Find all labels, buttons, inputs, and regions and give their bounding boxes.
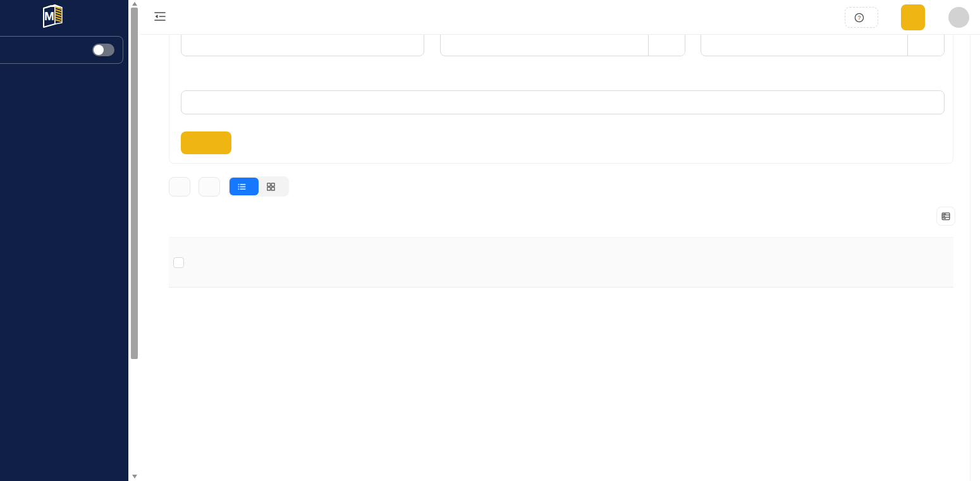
select-all-checkbox[interactable] [173,257,184,268]
top-bar: ? [140,0,980,35]
upc-field-label [181,68,183,78]
sidebar-collapse-button[interactable] [152,9,168,25]
view-mode-segmented [228,176,289,197]
quantity-input-group [440,35,685,56]
inventory-management-switch[interactable] [92,44,114,56]
column-settings-button[interactable] [936,207,955,226]
help-button[interactable]: ? [845,7,878,28]
inventory-management-toggle-box [0,36,123,64]
table-header-row [169,237,953,288]
switch-knob [94,45,104,55]
sidebar: M [0,0,128,481]
create-manifest-card [169,35,953,164]
user-avatar[interactable] [948,7,969,28]
view-option-condensed[interactable] [230,178,259,195]
manifest-items-table [169,237,953,288]
top-bar-right: ? [845,0,977,35]
column-settings-icon [941,211,951,221]
bulk-print-button[interactable] [199,177,220,197]
upc-input[interactable] [181,90,945,114]
menu-fold-icon [153,9,167,23]
section-input-group [701,35,945,56]
list-icon [237,182,247,192]
app-logo-icon: M [38,1,67,30]
grid-icon [266,182,276,192]
content-scrollbar[interactable] [128,0,140,481]
transfer-items-button[interactable] [169,177,190,197]
quantity-next-button[interactable] [648,35,685,56]
section-next-button[interactable] [907,35,944,56]
svg-text:M: M [44,9,54,23]
main-content [140,35,980,481]
layout-divider [970,35,971,481]
table-toolbar [169,176,289,197]
view-option-tile-view[interactable] [259,178,288,195]
quantity-input[interactable] [441,35,648,56]
lot-input[interactable] [181,35,424,56]
section-input[interactable] [701,35,907,56]
use-legacy-version-button[interactable] [901,4,925,30]
scrollbar-down-arrow-icon[interactable] [132,475,137,478]
scrollbar-up-arrow-icon[interactable] [132,2,137,6]
create-button[interactable] [181,131,231,154]
scrollbar-thumb[interactable] [131,8,138,359]
svg-text:?: ? [857,15,861,21]
question-circle-icon: ? [854,13,864,23]
